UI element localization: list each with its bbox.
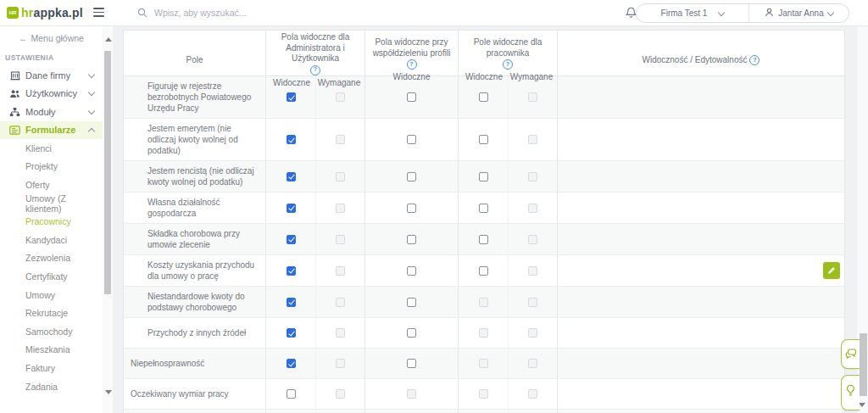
checkbox-cell	[365, 349, 459, 378]
checkbox-admin-wymagane	[336, 204, 345, 213]
company-name: Firma Test 1	[661, 8, 708, 18]
table-row: Własna działalność gospodarcza	[124, 193, 844, 224]
checkbox-admin-wymagane	[336, 298, 345, 307]
scroll-down-icon[interactable]	[859, 403, 865, 407]
visibility-cell	[558, 379, 844, 409]
checkbox-cell	[509, 410, 558, 413]
checkbox-cell	[266, 379, 316, 409]
scroll-up-icon[interactable]	[105, 37, 112, 42]
checkbox-share-widoczne[interactable]	[407, 328, 416, 338]
sidebar-subitem-projekty[interactable]: Projekty	[0, 158, 103, 176]
sidebar-subitem-pracownicy[interactable]: Pracownicy	[0, 212, 103, 231]
checkbox-employee-widoczne[interactable]	[479, 266, 488, 276]
checkbox-cell	[266, 193, 316, 223]
checkbox-admin-widoczne[interactable]	[287, 92, 296, 102]
chevron-down-icon	[88, 89, 95, 96]
sidebar-subitem-kandydaci[interactable]: Kandydaci	[0, 231, 103, 249]
checkbox-share-widoczne[interactable]	[407, 235, 416, 244]
sidebar-subitem-oferty[interactable]: Oferty	[0, 176, 103, 194]
sidebar-item-u-ytkownicy[interactable]: Użytkownicy	[0, 85, 103, 103]
checkbox-admin-widoczne[interactable]	[287, 204, 296, 213]
visibility-cell	[558, 255, 844, 286]
page-scrollbar-thumb[interactable]	[860, 333, 867, 396]
checkbox-share-widoczne[interactable]	[407, 92, 416, 102]
checkbox-cell	[365, 193, 459, 223]
user-menu[interactable]: Jantar Anna	[749, 4, 849, 22]
chat-button[interactable]	[841, 339, 860, 369]
help-icon[interactable]: ?	[503, 59, 513, 70]
checkbox-employee-widoczne[interactable]	[479, 135, 488, 144]
field-label-cell: Koszty uzyskania przychodu dla umowy o p…	[124, 255, 266, 286]
checkbox-employee-wymagane	[528, 389, 537, 399]
checkbox-admin-widoczne[interactable]	[287, 328, 296, 338]
arrow-left-icon: ←	[19, 33, 28, 43]
edit-button[interactable]	[823, 262, 840, 279]
checkbox-cell	[365, 255, 459, 286]
checkbox-share-widoczne[interactable]	[407, 204, 416, 213]
checkbox-cell	[509, 193, 558, 223]
sidebar-item-formularze[interactable]: Formularze	[0, 121, 103, 140]
checkbox-share-widoczne[interactable]	[407, 266, 416, 276]
checkbox-employee-widoczne[interactable]	[479, 235, 488, 244]
search-icon	[137, 8, 147, 18]
sidebar-subitem-mieszkania[interactable]: Mieszkania	[0, 341, 103, 360]
sidebar-subitem-zadania[interactable]: Zadania	[0, 377, 103, 396]
checkbox-admin-widoczne[interactable]	[287, 172, 296, 181]
app-logo[interactable]: HR hrappka.pl	[7, 0, 83, 25]
sidebar-item-dane-firmy[interactable]: Dane firmy	[0, 66, 103, 85]
checkbox-employee-wymagane	[528, 92, 537, 102]
chevron-down-icon	[718, 8, 725, 15]
scroll-down-icon[interactable]	[105, 390, 112, 394]
sidebar-subitem-klienci[interactable]: Klienci	[0, 139, 103, 158]
checkbox-cell	[266, 224, 316, 254]
sidebar-scrollbar[interactable]	[103, 25, 113, 413]
company-selector[interactable]: Firma Test 1	[637, 4, 749, 22]
notifications-bell-icon[interactable]	[626, 7, 637, 22]
visibility-cell	[558, 318, 844, 348]
back-to-main-menu[interactable]: ←Menu główne	[0, 25, 103, 47]
checkbox-admin-widoczne[interactable]	[287, 298, 296, 307]
checkbox-admin-widoczne[interactable]	[287, 359, 296, 368]
visibility-cell	[558, 224, 844, 254]
sidebar-subitem-zezwolenia[interactable]: Zezwolenia	[0, 249, 103, 268]
sidebar-subitem-samochody[interactable]: Samochody	[0, 322, 103, 341]
checkbox-admin-widoczne[interactable]	[287, 389, 296, 399]
checkbox-employee-wymagane	[528, 135, 537, 144]
sidebar-subitem-label: Certyfikaty	[25, 271, 68, 282]
checkbox-employee-widoczne	[479, 328, 488, 338]
checkbox-cell	[365, 119, 459, 160]
sidebar-subitem-faktury[interactable]: Faktury	[0, 359, 103, 377]
checkbox-cell	[316, 287, 365, 317]
checkbox-admin-widoczne[interactable]	[287, 235, 296, 244]
help-icon[interactable]: ?	[749, 55, 760, 65]
checkbox-employee-widoczne[interactable]	[479, 92, 488, 102]
chevron-up-icon	[88, 128, 95, 135]
checkbox-cell	[365, 161, 459, 192]
sidebar-subitem-umowy[interactable]: Umowy	[0, 286, 103, 304]
sidebar-subitem-umowy-z-klientem-[interactable]: Umowy (Z klientem)	[0, 194, 103, 213]
hamburger-menu-icon[interactable]	[93, 8, 104, 17]
checkbox-cell	[509, 287, 558, 317]
checkbox-share-widoczne[interactable]	[407, 298, 416, 307]
field-label-cell: Składka chorobowa przy umowie zlecenie	[124, 224, 266, 254]
ideas-button[interactable]	[841, 375, 860, 410]
checkbox-share-widoczne[interactable]	[407, 359, 416, 368]
sidebar-item-modu-y[interactable]: Moduły	[0, 103, 103, 121]
checkbox-share-widoczne[interactable]	[407, 172, 416, 181]
help-icon[interactable]: ?	[407, 59, 417, 70]
modules-icon	[9, 106, 20, 117]
sidebar-subitem-rekrutacje[interactable]: Rekrutacje	[0, 304, 103, 322]
search-input[interactable]	[153, 7, 326, 19]
checkbox-employee-widoczne[interactable]	[479, 204, 488, 213]
checkbox-admin-wymagane	[336, 266, 345, 276]
sidebar-subitem-certyfikaty[interactable]: Certyfikaty	[0, 267, 103, 286]
checkbox-admin-widoczne[interactable]	[287, 135, 296, 144]
checkbox-admin-widoczne[interactable]	[287, 266, 296, 276]
checkbox-share-widoczne[interactable]	[407, 135, 416, 144]
checkbox-employee-widoczne[interactable]	[479, 172, 488, 181]
checkbox-employee-wymagane	[528, 298, 537, 307]
sidebar-scrollbar-thumb[interactable]	[104, 51, 111, 294]
help-icon[interactable]: ?	[310, 65, 320, 75]
checkbox-share-widoczne	[407, 389, 416, 399]
field-label-cell: Jestem rencistą (nie odliczaj kwoty woln…	[124, 161, 266, 192]
